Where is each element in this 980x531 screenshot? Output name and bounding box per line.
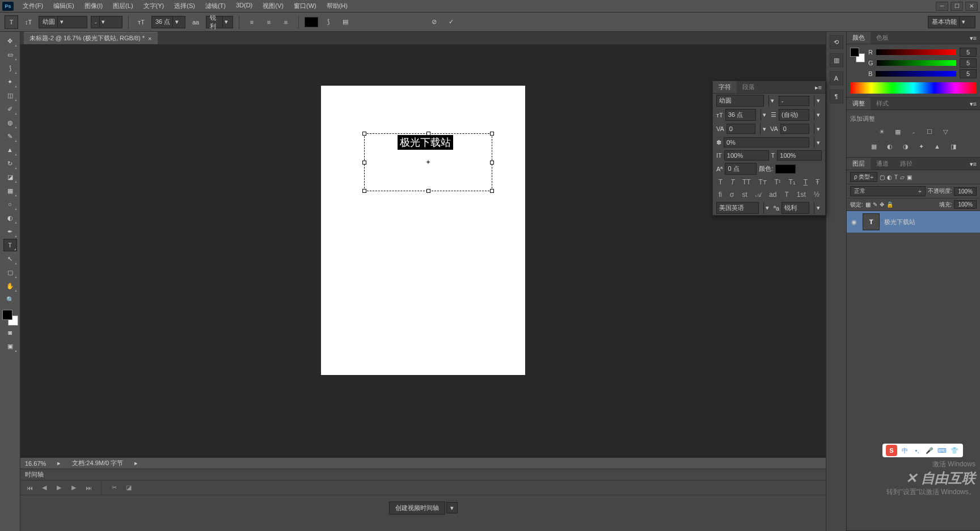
char-vscale[interactable]: 100% — [724, 150, 769, 161]
character-panel[interactable]: 字符 段落 ▸≡ 幼圆 ▾ - ▾ тT 36 点 ▾ ☰ (自动) ▾ VA … — [712, 81, 826, 216]
char-antialias[interactable]: 锐利 — [782, 202, 809, 214]
layer-name[interactable]: 极光下载站 — [884, 218, 915, 226]
zoom-level[interactable]: 16.67% — [25, 460, 46, 467]
brush-tool[interactable]: ✎ — [3, 130, 17, 142]
eraser-tool[interactable]: ◪ — [3, 171, 17, 183]
magic-wand-tool[interactable]: ✦ — [3, 75, 17, 88]
menu-3d[interactable]: 3D(D) — [231, 1, 257, 11]
menu-edit[interactable]: 编辑(E) — [49, 1, 79, 11]
antialias-dropdown[interactable]: 锐利 ▾ — [206, 16, 233, 28]
oldstyle-icon[interactable]: σ — [730, 191, 734, 199]
text-bounding-box[interactable]: 极光下载站 ✦ — [364, 133, 492, 191]
menu-file[interactable]: 文件(F) — [18, 1, 48, 11]
ime-skin-icon[interactable]: 👕 — [949, 445, 960, 456]
prev-frame-icon[interactable]: ◀ — [40, 483, 49, 492]
ime-logo-icon[interactable]: S — [886, 445, 897, 456]
menu-select[interactable]: 选择(S) — [170, 1, 200, 11]
cancel-icon[interactable]: ⊘ — [427, 15, 441, 29]
healing-tool[interactable]: ◍ — [3, 116, 17, 129]
eyedropper-tool[interactable]: ✐ — [3, 103, 17, 115]
lock-all-icon[interactable]: 🔒 — [886, 201, 893, 208]
character-panel-icon[interactable]: ▤ — [339, 15, 352, 29]
chevron-down-icon[interactable]: ▾ — [761, 109, 768, 121]
curves-icon[interactable]: ⦧ — [908, 127, 919, 137]
hue-icon[interactable]: ▦ — [868, 141, 880, 151]
blur-tool[interactable]: ○ — [3, 198, 17, 210]
channel-mixer-icon[interactable]: ✦ — [916, 141, 927, 151]
bw-icon[interactable]: ◐ — [884, 141, 895, 151]
tab-color[interactable]: 颜色 — [847, 32, 871, 44]
properties-panel-icon[interactable]: ▥ — [830, 53, 843, 67]
tab-paths[interactable]: 路径 — [894, 158, 918, 170]
char-baseline[interactable]: 0 点 — [725, 163, 757, 175]
menu-image[interactable]: 图像(I) — [80, 1, 107, 11]
handle-bottom-mid[interactable] — [426, 189, 430, 193]
filter-smart-icon[interactable]: ▣ — [907, 174, 912, 180]
warp-text-icon[interactable]: ⟆ — [322, 15, 335, 29]
type-tool[interactable]: T — [3, 239, 17, 251]
r-slider[interactable] — [876, 49, 956, 55]
menu-view[interactable]: 视图(V) — [258, 1, 288, 11]
subscript-icon[interactable]: T₁ — [789, 178, 796, 186]
visibility-icon[interactable]: ◉ — [850, 218, 858, 226]
underline-icon[interactable]: T — [804, 178, 808, 186]
maximize-button[interactable]: ☐ — [951, 2, 963, 11]
fill-value[interactable]: 100% — [954, 200, 977, 209]
char-font-style[interactable]: - — [779, 96, 809, 106]
char-kerning[interactable]: 0 — [726, 124, 755, 134]
shape-tool[interactable]: ▢ — [3, 266, 17, 279]
create-timeline-button[interactable]: 创建视频时间轴 — [389, 502, 445, 515]
document-tab[interactable]: 未标题-2 @ 16.7% (极光下载站, RGB/8) * × — [24, 32, 158, 44]
dodge-tool[interactable]: ◐ — [3, 212, 17, 224]
align-center-icon[interactable]: ≡ — [262, 15, 276, 29]
chevron-down-icon[interactable]: ▾ — [814, 123, 822, 134]
close-button[interactable]: ✕ — [965, 2, 978, 11]
handle-bottom-right[interactable] — [490, 189, 494, 193]
opacity-value[interactable]: 100% — [954, 187, 977, 196]
chevron-right-icon[interactable]: ▸ — [134, 460, 138, 467]
lock-pixels-icon[interactable]: ✎ — [873, 201, 877, 208]
tab-layers[interactable]: 图层 — [847, 158, 871, 170]
vibrance-icon[interactable]: ▽ — [940, 127, 951, 137]
align-right-icon[interactable]: ≡ — [279, 15, 293, 29]
ordinals-icon[interactable]: T — [784, 191, 788, 199]
commit-icon[interactable]: ✓ — [444, 15, 458, 29]
smallcaps-icon[interactable]: Tᴛ — [758, 178, 766, 186]
color-spectrum[interactable] — [850, 82, 977, 94]
tool-preset-icon[interactable]: T — [5, 15, 18, 29]
strikethrough-icon[interactable]: Ŧ — [816, 178, 820, 186]
lasso-tool[interactable]: ⟆ — [3, 62, 17, 74]
superscript-icon[interactable]: T¹ — [775, 178, 781, 186]
filter-type-icon[interactable]: T — [894, 174, 898, 180]
tab-adjustments[interactable]: 调整 — [847, 98, 871, 109]
scissors-icon[interactable]: ✂ — [109, 483, 119, 492]
exposure-icon[interactable]: ☐ — [924, 127, 935, 137]
menu-layer[interactable]: 图层(L) — [108, 1, 137, 11]
char-language[interactable]: 美国英语 — [716, 202, 759, 214]
filter-image-icon[interactable]: ▢ — [880, 174, 885, 180]
lock-transparent-icon[interactable]: ▦ — [865, 201, 871, 208]
chevron-down-icon[interactable]: ▾ — [814, 203, 822, 214]
color-fgbg[interactable] — [850, 48, 865, 62]
char-font-size[interactable]: 36 点 — [725, 109, 756, 121]
titling-icon[interactable]: ad — [769, 191, 776, 199]
hand-tool[interactable]: ✋ — [3, 280, 17, 292]
history-panel-icon[interactable]: ⟲ — [830, 35, 843, 49]
lock-position-icon[interactable]: ✥ — [880, 201, 884, 208]
layer-thumbnail[interactable]: T — [863, 213, 880, 230]
align-left-icon[interactable]: ≡ — [245, 15, 259, 29]
char-opt-pct[interactable]: 0% — [724, 137, 809, 148]
next-frame-icon[interactable]: ▶ — [69, 483, 78, 492]
char-color-swatch[interactable] — [775, 165, 796, 174]
text-orientation-icon[interactable]: ↕T — [22, 15, 35, 29]
font-style-dropdown[interactable]: - ▾ — [91, 16, 122, 28]
char-font-family[interactable]: 幼圆 — [716, 95, 764, 107]
chevron-down-icon[interactable]: ▾ — [763, 203, 771, 214]
r-value[interactable]: 5 — [960, 48, 977, 57]
tab-styles[interactable]: 样式 — [871, 98, 894, 109]
panel-menu-icon[interactable]: ▸≡ — [812, 82, 825, 93]
text-color-swatch[interactable] — [305, 17, 318, 27]
allcaps-icon[interactable]: TT — [742, 178, 751, 186]
menu-filter[interactable]: 滤镜(T) — [201, 1, 230, 11]
first-frame-icon[interactable]: ⏮ — [25, 483, 34, 492]
